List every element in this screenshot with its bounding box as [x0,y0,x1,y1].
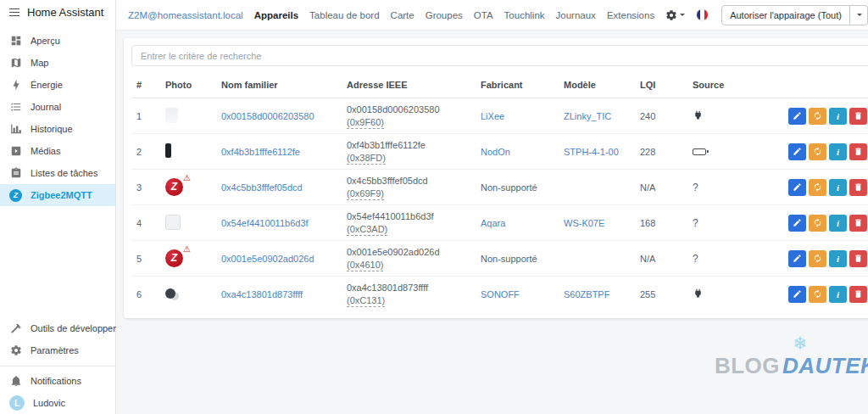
table-row: 2 0xf4b3b1fffe6112fe 0xf4b3b1fffe6112fe(… [131,134,868,170]
delete-button[interactable] [849,179,867,196]
edit-button[interactable] [788,143,806,160]
device-name-link[interactable]: 0x54ef4410011b6d3f [221,218,309,228]
reconfigure-button[interactable] [809,179,826,196]
sidebar-item-energie[interactable]: Énergie [0,74,115,96]
chevron-down-icon [680,14,685,19]
info-button[interactable]: i [829,179,847,196]
edit-button[interactable] [788,250,806,267]
warning-icon: ⚠ [183,245,191,254]
header-model[interactable]: Modèle [559,72,635,98]
info-button[interactable]: i [829,250,847,267]
tab-carte[interactable]: Carte [391,10,415,20]
media-icon [9,145,22,158]
header-photo[interactable]: Photo [160,72,216,98]
device-name-link[interactable]: 0x4c5bb3fffef05dcd [221,182,303,193]
screen: Home Assistant Aperçu Map Énergie Journa… [0,0,868,414]
vendor-link[interactable]: Aqara [481,218,505,228]
trash-icon [854,147,863,156]
permit-join-button[interactable]: Autoriser l'appairage (Tout) [721,5,850,25]
header-ieee[interactable]: Adresse IEEE [342,72,476,98]
settings-dropdown[interactable] [665,9,685,21]
vendor-link[interactable]: LiXee [481,111,504,121]
tab-tableau-de-bord[interactable]: Tableau de bord [309,10,379,20]
table-row: 6 0xa4c13801d873ffff 0xa4c13801d873ffff(… [131,277,868,312]
sidebar-item-historique[interactable]: Historique [0,118,115,140]
delete-button[interactable] [849,250,867,267]
model-link[interactable]: WS-K07E [564,218,604,228]
edit-button[interactable] [788,215,806,232]
info-button[interactable]: i [829,143,847,160]
model-link[interactable]: STPH-4-1-00 [564,147,619,157]
pencil-icon [793,182,802,192]
sidebar-item-listes-de-taches[interactable]: Listes de tâches [0,162,115,184]
sidebar-item-user[interactable]: L Ludovic [0,392,115,414]
delete-button[interactable] [849,286,867,303]
tab-ota[interactable]: OTA [474,10,493,20]
tab-appareils[interactable]: Appareils [254,10,298,20]
renew-arrows-icon [813,254,822,263]
pencil-icon [793,254,802,263]
lqi-value: N/A [635,170,687,205]
ieee-address: 0x00158d0006203580 [347,104,470,115]
search-input[interactable] [131,45,868,66]
sidebar-item-map[interactable]: Map [0,52,115,74]
edit-button[interactable] [788,179,806,196]
delete-button[interactable] [849,108,867,125]
french-flag-icon[interactable] [696,8,709,21]
tab-groupes[interactable]: Groupes [426,10,463,20]
unknown-source: ? [693,253,698,265]
reconfigure-button[interactable] [809,108,826,125]
row-num: 3 [131,170,160,205]
sidebar-item-journal[interactable]: Journal [0,96,115,118]
device-name-link[interactable]: 0x00158d0006203580 [221,111,314,121]
device-name-link[interactable]: 0xa4c13801d873ffff [221,289,303,299]
device-name-link[interactable]: 0x001e5e0902ad026d [221,254,314,264]
network-address: (0xC131) [347,295,385,307]
sidebar-item-apercu[interactable]: Aperçu [0,30,115,52]
main-area: Z2M@homeassistant.local Appareils Tablea… [116,0,868,414]
info-button[interactable]: i [829,215,847,232]
edit-button[interactable] [788,108,806,125]
trash-icon [854,182,863,192]
permit-join-caret-button[interactable] [850,5,868,25]
sidebar-item-parametres[interactable]: Paramètres [0,339,115,361]
info-button[interactable]: i [829,108,847,125]
sidebar-item-medias[interactable]: Médias [0,140,115,162]
reconfigure-button[interactable] [809,286,826,303]
device-name-link[interactable]: 0xf4b3b1fffe6112fe [221,147,300,157]
delete-button[interactable] [849,215,867,232]
renew-arrows-icon [813,218,822,227]
info-button[interactable]: i [829,286,847,303]
delete-button[interactable] [849,143,867,160]
reconfigure-button[interactable] [809,250,826,267]
header-num[interactable]: # [131,72,160,98]
network-address: (0xC3AD) [347,224,387,236]
reconfigure-button[interactable] [809,143,826,160]
tab-extensions[interactable]: Extensions [607,10,654,20]
row-actions: i [759,108,868,125]
watermark-text: BLOGDAUTEK [715,355,868,377]
menu-icon[interactable] [9,8,19,17]
sidebar-item-outils-dev[interactable]: Outils de développement [0,317,115,339]
edit-button[interactable] [788,286,806,303]
tab-journaux[interactable]: Journaux [556,10,596,20]
header-source[interactable]: Source [687,72,754,98]
row-num: 1 [131,98,160,134]
plug-icon [693,290,704,300]
vendor-link[interactable]: SONOFF [481,289,520,299]
header-name[interactable]: Nom familier [216,72,342,98]
sidebar-item-label: Énergie [31,80,63,90]
reconfigure-button[interactable] [809,215,826,232]
model-link[interactable]: ZLinky_TIC [564,111,611,121]
sidebar-item-label: Journal [31,102,61,112]
sidebar-item-zigbee2mqtt[interactable]: Z Zigbee2MQTT [0,184,115,206]
header-vendor[interactable]: Fabricant [476,72,559,98]
z2m-brand-link[interactable]: Z2M@homeassistant.local [128,10,243,20]
vendor-link[interactable]: NodOn [481,147,510,157]
sidebar-item-notifications[interactable]: Notifications [0,370,115,392]
network-address: (0x69F9) [347,188,384,200]
model-link[interactable]: S60ZBTPF [564,289,609,299]
ieee-address: 0xa4c13801d873ffff [347,283,470,293]
header-lqi[interactable]: LQI [635,72,687,98]
tab-touchlink[interactable]: Touchlink [504,10,545,20]
